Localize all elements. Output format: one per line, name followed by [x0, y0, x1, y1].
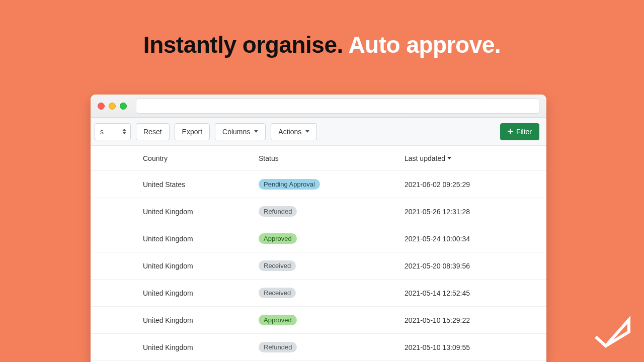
- cell-country: United Kingdom: [141, 343, 257, 351]
- columns-dropdown[interactable]: Columns: [215, 123, 266, 140]
- table-header-row: Country Status Last updated: [91, 146, 546, 171]
- table-row[interactable]: United KingdomApproved2021-05-10 15:29:2…: [91, 307, 546, 334]
- cell-country: United States: [141, 180, 257, 189]
- actions-dropdown[interactable]: Actions: [271, 123, 317, 140]
- brand-check-icon: [593, 315, 632, 350]
- col-status[interactable]: Status: [257, 154, 403, 162]
- browser-window: s Reset Export Columns Actions Filter Co…: [91, 95, 546, 362]
- cell-status: Refunded: [257, 342, 403, 352]
- cell-status: Approved: [257, 233, 403, 244]
- page-size-select[interactable]: s: [95, 123, 131, 140]
- status-badge: Pending Approval: [259, 179, 320, 190]
- table-row[interactable]: United KingdomReceived2021-05-14 12:52:4…: [91, 280, 546, 307]
- add-filter-button[interactable]: Filter: [500, 123, 539, 140]
- cell-last-updated: 2021-05-10 13:09:55: [403, 343, 546, 351]
- svg-rect-1: [508, 131, 513, 132]
- table-toolbar: s Reset Export Columns Actions Filter: [91, 118, 546, 146]
- cell-country: United Kingdom: [141, 316, 257, 324]
- cell-last-updated: 2021-05-10 15:29:22: [403, 316, 546, 324]
- stepper-icon: [122, 129, 126, 134]
- reset-button[interactable]: Reset: [136, 123, 170, 140]
- cell-last-updated: 2021-05-14 12:52:45: [403, 289, 546, 297]
- window-traffic-lights: [98, 103, 127, 110]
- status-badge: Refunded: [259, 206, 297, 217]
- close-icon[interactable]: [98, 103, 105, 110]
- address-bar[interactable]: [136, 99, 539, 114]
- sort-desc-icon: [447, 157, 451, 159]
- cell-country: United Kingdom: [141, 289, 257, 297]
- plus-icon: [508, 129, 513, 134]
- col-last-updated[interactable]: Last updated: [403, 154, 546, 162]
- cell-status: Pending Approval: [257, 179, 403, 190]
- table-row[interactable]: United KingdomReceived2021-05-20 08:39:5…: [91, 252, 546, 280]
- page-size-fragment: s: [100, 128, 104, 136]
- minimize-icon[interactable]: [109, 103, 116, 110]
- table-row[interactable]: United StatesPending Approval2021-06-02 …: [91, 171, 546, 198]
- cell-country: United Kingdom: [141, 208, 257, 216]
- cell-last-updated: 2021-05-26 12:31:28: [403, 208, 546, 216]
- export-button[interactable]: Export: [175, 123, 210, 140]
- cell-status: Approved: [257, 315, 403, 325]
- headline-part2: Auto approve.: [348, 32, 501, 58]
- cell-country: United Kingdom: [141, 235, 257, 243]
- headline-part1: Instantly organise.: [143, 32, 343, 58]
- cell-last-updated: 2021-05-20 08:39:56: [403, 262, 546, 270]
- maximize-icon[interactable]: [120, 103, 127, 110]
- window-titlebar: [91, 95, 546, 118]
- cell-status: Refunded: [257, 206, 403, 217]
- table-row[interactable]: United KingdomRefunded2021-05-10 13:09:5…: [91, 334, 546, 361]
- col-country[interactable]: Country: [141, 154, 257, 162]
- status-badge: Received: [259, 260, 296, 271]
- cell-status: Received: [257, 260, 403, 271]
- table-row[interactable]: United KingdomRefunded2021-05-26 12:31:2…: [91, 198, 546, 225]
- status-badge: Approved: [259, 315, 297, 325]
- cell-last-updated: 2021-05-24 10:00:34: [403, 235, 546, 243]
- cell-status: Received: [257, 288, 403, 298]
- status-badge: Approved: [259, 233, 297, 244]
- caret-down-icon: [305, 130, 309, 133]
- table-row[interactable]: United KingdomApproved2021-05-24 10:00:3…: [91, 225, 546, 252]
- cell-last-updated: 2021-06-02 09:25:29: [403, 180, 546, 189]
- status-badge: Refunded: [259, 342, 297, 352]
- caret-down-icon: [254, 130, 258, 133]
- cell-country: United Kingdom: [141, 262, 257, 270]
- data-table: Country Status Last updated United State…: [91, 146, 546, 362]
- marketing-headline: Instantly organise. Auto approve.: [0, 0, 644, 58]
- status-badge: Received: [259, 288, 296, 298]
